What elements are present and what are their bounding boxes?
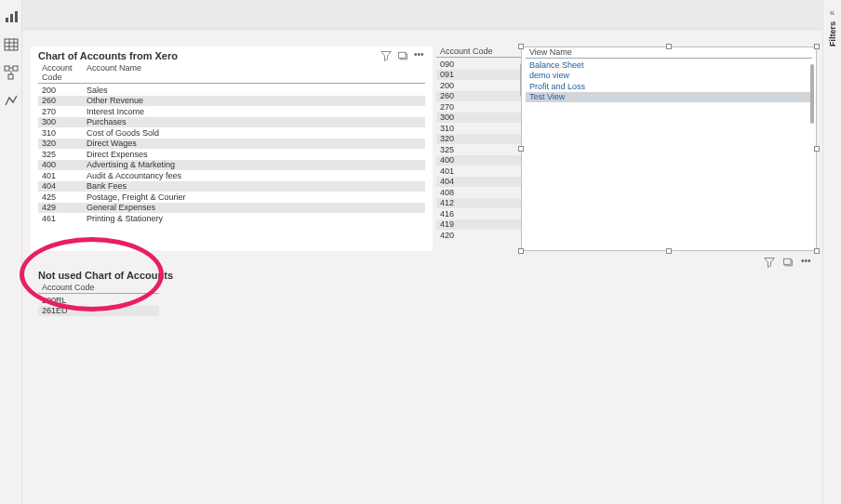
visual-chart-of-accounts[interactable]: Chart of Accounts from Xero ••• Account … xyxy=(31,46,433,251)
table-row[interactable]: 408 xyxy=(436,187,522,198)
cell-account-name: Direct Wages xyxy=(83,139,425,148)
visual-not-used-accounts[interactable]: ••• Not used Chart of Accounts Account C… xyxy=(31,255,818,497)
cell-account-code: 090 xyxy=(436,60,507,69)
filters-pane-label[interactable]: Filters xyxy=(828,21,837,46)
report-canvas[interactable]: Chart of Accounts from Xero ••• Account … xyxy=(22,32,822,504)
filter-icon[interactable] xyxy=(764,257,775,268)
table-row[interactable]: 400Advertising & Marketing xyxy=(38,160,425,171)
cell-account-code: 300 xyxy=(38,117,83,126)
expand-filters-icon[interactable]: « xyxy=(830,7,835,18)
table-row[interactable]: 325Direct Expenses xyxy=(38,149,425,160)
resize-handle[interactable] xyxy=(666,44,672,49)
resize-handle[interactable] xyxy=(518,248,524,254)
resize-handle[interactable] xyxy=(518,44,524,49)
cell-view-name: demo view xyxy=(526,71,569,80)
table-row[interactable]: 320Direct Wages xyxy=(38,139,425,150)
table-row[interactable]: 310Cost of Goods Sold xyxy=(38,127,425,139)
cell-account-code: 416 xyxy=(436,209,507,219)
svg-rect-9 xyxy=(13,66,18,71)
model-icon[interactable] xyxy=(4,65,19,80)
focus-mode-icon[interactable] xyxy=(397,50,408,61)
cell-account-name: Bank Fees xyxy=(83,181,425,191)
cell-account-code: 325 xyxy=(38,150,83,159)
focus-mode-icon[interactable] xyxy=(782,257,794,268)
table-row[interactable]: Profit and Loss xyxy=(526,81,812,92)
table-row[interactable]: 300Purchases xyxy=(38,117,425,128)
dax-icon[interactable] xyxy=(4,93,19,108)
table-row[interactable]: 200 xyxy=(436,80,522,91)
col-header-account-name[interactable]: Account Name xyxy=(83,63,425,82)
table-row[interactable]: 404 xyxy=(436,177,522,188)
cell-account-code: 401 xyxy=(38,171,83,180)
cell-account-code: 260 xyxy=(38,96,83,105)
cell-account-name: Printing & Stationery xyxy=(83,214,425,223)
visual-title: Not used Chart of Accounts xyxy=(38,270,810,281)
table-row[interactable]: 260 xyxy=(436,91,522,102)
table-row[interactable]: 200RL xyxy=(38,295,159,306)
filter-icon[interactable] xyxy=(380,50,392,61)
table-row[interactable]: 461Printing & Stationery xyxy=(38,213,425,224)
svg-rect-10 xyxy=(8,74,13,79)
cell-view-name: Test View xyxy=(526,92,565,101)
table-row[interactable]: 260Other Revenue xyxy=(38,96,425,107)
table-row[interactable]: 325 xyxy=(436,144,522,155)
col-header-account-code[interactable]: Account Code xyxy=(38,283,109,292)
cell-account-code: 412 xyxy=(436,198,507,207)
table-row[interactable]: 404Bank Fees xyxy=(38,181,425,192)
cell-account-code: 300 xyxy=(436,113,507,122)
col-header-account-code[interactable]: Account Code xyxy=(436,46,507,56)
cell-account-code: 401 xyxy=(436,166,507,176)
data-icon[interactable] xyxy=(4,37,19,52)
cell-account-name: Postage, Freight & Courier xyxy=(83,192,425,202)
cell-account-code: 261EU xyxy=(38,306,109,315)
table-row[interactable]: 400 xyxy=(436,155,522,166)
table-row[interactable]: 401Audit & Accountancy fees xyxy=(38,170,425,181)
cell-account-code: 270 xyxy=(436,102,507,112)
resize-handle[interactable] xyxy=(814,44,820,49)
table-row[interactable]: 300 xyxy=(436,113,522,124)
table-row[interactable]: 429General Expenses xyxy=(38,203,425,214)
col-header-view-name[interactable]: View Name xyxy=(526,47,596,57)
cell-account-code: 420 xyxy=(436,231,507,240)
table-row[interactable]: 091 xyxy=(436,70,522,81)
table-row[interactable]: 401 xyxy=(436,166,522,177)
table-row[interactable]: 270 xyxy=(436,101,522,113)
resize-handle[interactable] xyxy=(518,146,524,152)
svg-rect-3 xyxy=(5,39,18,50)
resize-handle[interactable] xyxy=(814,146,820,152)
scrollbar[interactable] xyxy=(810,64,814,246)
table-row[interactable]: 261EU xyxy=(38,306,159,317)
resize-handle[interactable] xyxy=(814,248,820,254)
svg-rect-0 xyxy=(6,18,8,22)
cell-account-name: Other Revenue xyxy=(83,96,425,105)
table-row[interactable]: Balance Sheet xyxy=(526,60,812,71)
table-row[interactable]: demo view xyxy=(526,71,812,82)
table-row[interactable]: 200Sales xyxy=(38,85,425,96)
cell-account-code: 270 xyxy=(38,107,83,116)
table-row[interactable]: 420 xyxy=(436,230,522,241)
table-row[interactable]: 270Interest Income xyxy=(38,106,425,117)
table-row[interactable]: 425Postage, Freight & Courier xyxy=(38,192,425,203)
more-options-icon[interactable]: ••• xyxy=(801,257,812,268)
report-icon[interactable] xyxy=(4,9,19,24)
visual-title: Chart of Accounts from Xero xyxy=(38,50,178,61)
cell-account-code: 400 xyxy=(38,160,83,169)
table-row[interactable]: 419 xyxy=(436,219,522,231)
visual-account-codes[interactable]: Account Code0900912002602703003103203254… xyxy=(433,46,526,251)
cell-account-code: 404 xyxy=(38,181,83,191)
cell-account-name: Sales xyxy=(83,86,425,95)
col-header-account-code[interactable]: Account Code xyxy=(38,63,83,82)
table-row[interactable]: Test View xyxy=(526,92,812,103)
table-row[interactable]: 310 xyxy=(436,123,522,134)
table-row[interactable]: 090 xyxy=(436,59,522,70)
table-row[interactable]: 416 xyxy=(436,208,522,219)
cell-account-code: 408 xyxy=(436,188,507,197)
table-row[interactable]: 320 xyxy=(436,134,522,145)
resize-handle[interactable] xyxy=(666,248,672,254)
cell-account-code: 310 xyxy=(436,124,507,133)
table-row[interactable]: 412 xyxy=(436,198,522,209)
cell-account-code: 091 xyxy=(436,70,507,79)
visual-view-names[interactable]: View NameBalance Sheetdemo viewProfit an… xyxy=(521,46,817,251)
more-options-icon[interactable]: ••• xyxy=(414,50,425,61)
cell-account-name: Advertising & Marketing xyxy=(83,160,425,169)
